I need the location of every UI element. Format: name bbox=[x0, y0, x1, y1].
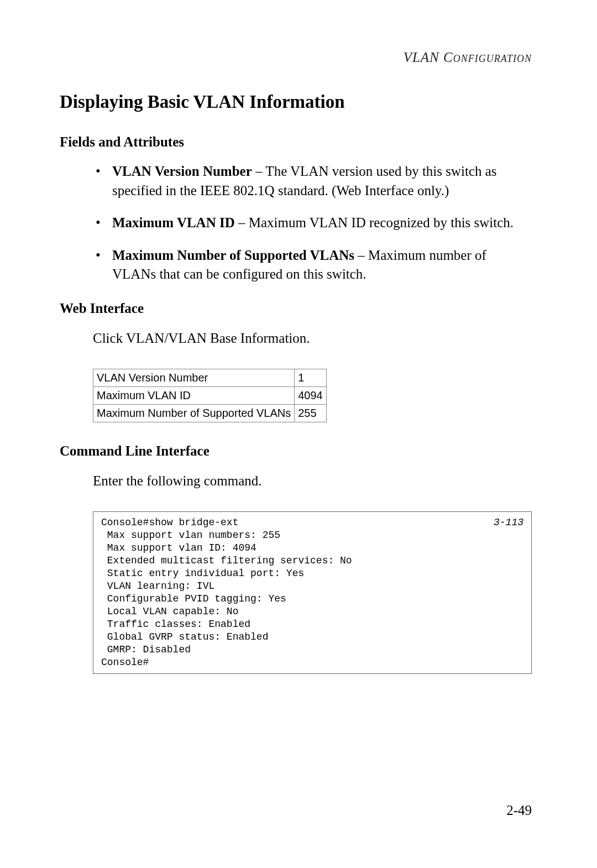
table-row: VLAN Version Number 1 bbox=[93, 369, 327, 386]
field-term: Maximum Number of Supported VLANs bbox=[112, 248, 354, 263]
page-number: 2-49 bbox=[506, 803, 532, 818]
fields-heading: Fields and Attributes bbox=[60, 134, 532, 150]
cli-intro: Enter the following command. bbox=[60, 471, 532, 490]
table-cell-label: Maximum Number of Supported VLANs bbox=[93, 404, 295, 422]
running-header: VLAN Configuration bbox=[60, 50, 532, 65]
web-intro: Click VLAN/VLAN Base Information. bbox=[60, 328, 532, 348]
web-heading: Web Interface bbox=[60, 301, 532, 316]
cli-text: Console#show bridge-ext Max support vlan… bbox=[101, 517, 352, 668]
field-term: VLAN Version Number bbox=[112, 164, 252, 179]
info-table-wrap: VLAN Version Number 1 Maximum VLAN ID 40… bbox=[60, 369, 532, 422]
section-title: Displaying Basic VLAN Information bbox=[60, 92, 532, 112]
cli-reference: 3-113 bbox=[494, 516, 523, 529]
field-dash: – bbox=[235, 215, 249, 230]
table-row: Maximum VLAN ID 4094 bbox=[93, 386, 327, 404]
vlan-info-table: VLAN Version Number 1 Maximum VLAN ID 40… bbox=[93, 369, 327, 422]
fields-list: VLAN Version Number – The VLAN version u… bbox=[60, 162, 532, 284]
page-content: VLAN Configuration Displaying Basic VLAN… bbox=[0, 0, 597, 674]
list-item: Maximum VLAN ID – Maximum VLAN ID recogn… bbox=[112, 213, 532, 233]
list-item: VLAN Version Number – The VLAN version u… bbox=[112, 162, 532, 200]
field-term: Maximum VLAN ID bbox=[112, 215, 235, 230]
cli-heading: Command Line Interface bbox=[60, 443, 532, 459]
table-cell-value: 255 bbox=[295, 404, 327, 422]
cli-output-block: 3-113Console#show bridge-ext Max support… bbox=[93, 511, 532, 674]
field-desc: Maximum VLAN ID recognized by this switc… bbox=[249, 215, 514, 230]
field-dash: – bbox=[252, 164, 266, 179]
table-cell-value: 1 bbox=[295, 369, 327, 386]
field-dash: – bbox=[354, 248, 368, 263]
table-row: Maximum Number of Supported VLANs 255 bbox=[93, 404, 327, 422]
list-item: Maximum Number of Supported VLANs – Maxi… bbox=[112, 246, 532, 284]
table-cell-value: 4094 bbox=[295, 386, 327, 404]
table-cell-label: VLAN Version Number bbox=[93, 369, 295, 386]
table-cell-label: Maximum VLAN ID bbox=[93, 386, 295, 404]
